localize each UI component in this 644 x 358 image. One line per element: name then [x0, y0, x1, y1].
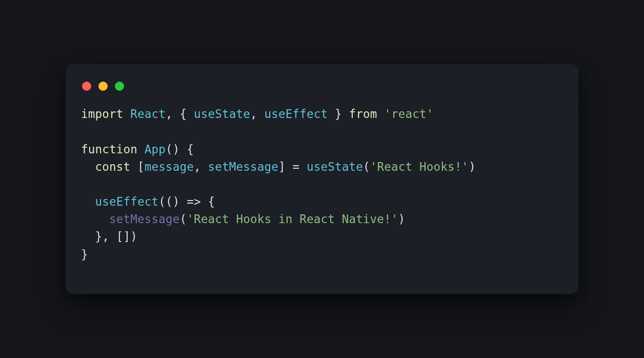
ident-usestate: useState [194, 107, 250, 121]
punct: } [95, 230, 103, 243]
call-setmessage: setMessage [109, 212, 179, 226]
punct: ) [398, 212, 406, 226]
punct: , [250, 107, 257, 121]
punct: { [208, 195, 215, 208]
close-icon[interactable] [82, 82, 91, 91]
punct: = [292, 160, 299, 173]
punct: () [166, 143, 180, 156]
punct: ( [363, 160, 370, 173]
keyword-import: import [81, 107, 123, 121]
string-react: 'react' [384, 107, 433, 121]
punct: , [166, 107, 173, 121]
punct: , [194, 160, 201, 173]
call-useeffect: useEffect [95, 195, 159, 208]
ident-message: message [145, 160, 194, 173]
code-block: import React, { useState, useEffect } fr… [81, 105, 563, 263]
punct: ) [130, 230, 137, 243]
keyword-from: from [349, 107, 377, 121]
keyword-const: const [95, 160, 131, 173]
minimize-icon[interactable] [98, 82, 108, 91]
punct: } [81, 248, 88, 261]
string-native: 'React Hooks in React Native!' [187, 212, 398, 226]
punct: (() [158, 195, 179, 208]
punct: [ [137, 160, 145, 173]
keyword-function: function [81, 143, 137, 156]
punct: { [179, 107, 187, 121]
punct: ) [469, 160, 476, 173]
punct: ] [278, 160, 286, 173]
ident-setmessage: setMessage [208, 160, 278, 173]
ident-react: React [130, 107, 166, 121]
traffic-lights [81, 79, 563, 105]
punct: , [102, 230, 109, 243]
arrow: => [187, 195, 201, 208]
punct: { [187, 143, 194, 156]
string-hooks: 'React Hooks!' [370, 160, 469, 173]
punct: [] [116, 230, 131, 243]
punct: } [335, 107, 342, 121]
call-usestate: useState [307, 160, 363, 173]
maximize-icon[interactable] [115, 82, 124, 91]
ident-useeffect: useEffect [264, 107, 328, 121]
fn-app: App [145, 143, 166, 156]
punct: ( [179, 212, 187, 226]
code-window: import React, { useState, useEffect } fr… [66, 64, 578, 294]
